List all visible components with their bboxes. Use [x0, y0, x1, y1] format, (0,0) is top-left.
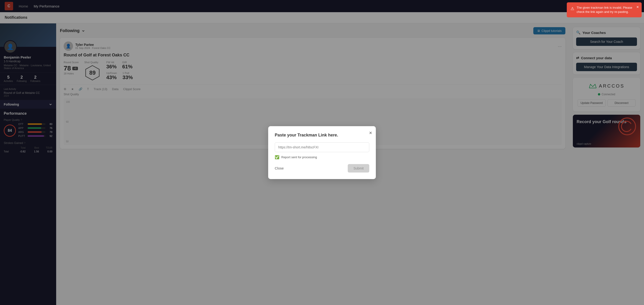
modal-submit-button[interactable]: Submit	[348, 164, 369, 172]
error-close-button[interactable]: ×	[636, 5, 639, 10]
trackman-link-input[interactable]	[275, 142, 369, 152]
trackman-modal: Paste your Trackman Link here. × ✅ Repor…	[268, 126, 376, 179]
modal-close-button[interactable]: Close	[275, 166, 284, 170]
warning-icon: ⚠	[570, 6, 574, 12]
success-text: Report sent for processing	[281, 156, 317, 159]
modal-success-message: ✅ Report sent for processing	[275, 155, 369, 160]
modal-actions: Close Submit	[275, 164, 369, 172]
modal-close-x-button[interactable]: ×	[369, 130, 372, 136]
success-check-icon: ✅	[275, 155, 280, 160]
modal-overlay: Paste your Trackman Link here. × ✅ Repor…	[0, 0, 644, 305]
modal-title: Paste your Trackman Link here.	[275, 133, 369, 138]
error-message: The given trackman link is invalid. Plea…	[576, 6, 632, 14]
error-banner: ⚠ The given trackman link is invalid. Pl…	[567, 2, 642, 17]
